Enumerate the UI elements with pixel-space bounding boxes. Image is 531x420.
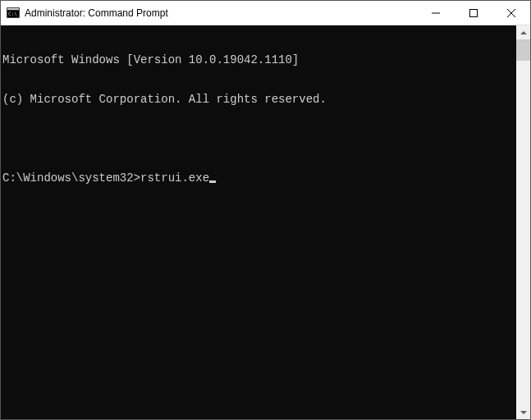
client-area: Microsoft Windows [Version 10.0.19042.11… [1, 25, 530, 419]
svg-text:C:\: C:\ [8, 11, 17, 16]
command-input-text: rstrui.exe [140, 171, 209, 185]
scrollbar-track[interactable] [516, 39, 530, 405]
svg-rect-1 [7, 8, 19, 10]
terminal-line: Microsoft Windows [Version 10.0.19042.11… [2, 53, 516, 66]
svg-rect-4 [470, 9, 478, 16]
terminal-area[interactable]: Microsoft Windows [Version 10.0.19042.11… [1, 25, 516, 419]
window-title: Administrator: Command Prompt [25, 1, 417, 25]
minimize-button[interactable] [417, 1, 455, 25]
svg-marker-8 [520, 411, 527, 414]
cursor-icon [209, 180, 216, 183]
close-button[interactable] [492, 1, 530, 25]
command-prompt-window: C:\ Administrator: Command Prompt [0, 0, 531, 420]
cmd-icon: C:\ [7, 7, 20, 19]
vertical-scrollbar[interactable] [516, 25, 530, 419]
maximize-button[interactable] [455, 1, 492, 25]
title-bar[interactable]: C:\ Administrator: Command Prompt [1, 1, 530, 25]
scrollbar-thumb[interactable] [516, 39, 530, 61]
terminal-line: (c) Microsoft Corporation. All rights re… [2, 93, 516, 106]
window-controls [417, 1, 530, 25]
prompt-text: C:\Windows\system32> [2, 171, 140, 185]
scroll-up-button[interactable] [516, 25, 530, 39]
terminal-prompt-line: C:\Windows\system32>rstrui.exe [2, 171, 516, 185]
scroll-down-button[interactable] [516, 405, 530, 419]
terminal-blank-line [2, 132, 516, 145]
svg-marker-7 [520, 31, 527, 34]
